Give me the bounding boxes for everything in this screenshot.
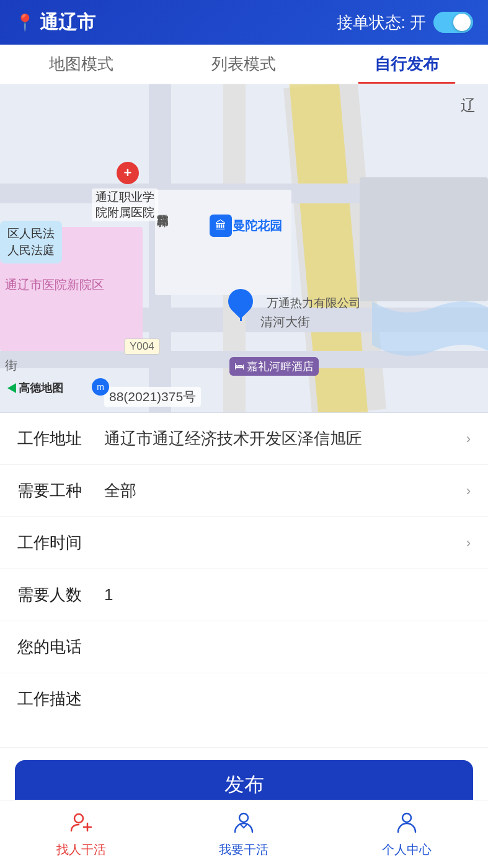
- tab-list[interactable]: 列表模式: [162, 45, 325, 84]
- svg-rect-10: [155, 190, 291, 295]
- work-time-row[interactable]: 工作时间 ›: [0, 517, 488, 569]
- people-count-value: 1: [104, 585, 471, 604]
- nav-find-workers[interactable]: 找人干活: [0, 800, 162, 868]
- description-row[interactable]: 工作描述: [0, 673, 488, 748]
- svg-point-12: [74, 814, 83, 823]
- header-right: 接单状态: 开: [337, 12, 473, 33]
- nav-profile[interactable]: 个人中心: [326, 800, 488, 868]
- find-workers-icon: [70, 811, 92, 838]
- find-workers-label: 找人干活: [56, 841, 106, 858]
- want-work-icon: [233, 811, 255, 838]
- map-y004-badge: Y004: [124, 339, 160, 355]
- app-header: 📍 通辽市 接单状态: 开: [0, 0, 488, 45]
- map-hotel-marker: 🛏 嘉礼河畔酒店: [229, 357, 319, 376]
- map-label-road-top: 辽: [461, 95, 476, 115]
- profile-icon: [396, 811, 418, 838]
- gaode-text: 高德地图: [19, 381, 63, 396]
- work-address-label: 工作地址: [17, 428, 104, 450]
- map-address-code: 88(2021)375号: [104, 387, 201, 407]
- map-label-hospital: 通辽职业学院附属医院: [92, 188, 158, 221]
- map-hospital-icon: +: [117, 162, 139, 184]
- svg-point-15: [239, 813, 248, 822]
- phone-label: 您的电话: [17, 636, 104, 658]
- svg-rect-9: [360, 177, 488, 301]
- status-label: 接单状态: 开: [337, 12, 426, 33]
- phone-row[interactable]: 您的电话: [0, 621, 488, 673]
- gaode-watermark: 高德地图: [7, 381, 63, 396]
- work-address-value: 通辽市通辽经济技术开发区泽信旭匠: [104, 428, 466, 450]
- work-time-arrow: ›: [466, 535, 471, 551]
- city-name: 通辽市: [40, 10, 95, 35]
- map-label-hospital2: 通辽市医院新院区: [5, 277, 104, 293]
- nav-want-work[interactable]: 我要干活: [162, 800, 325, 868]
- map-location-pin: [228, 289, 253, 321]
- map-blue-circle: m: [92, 378, 109, 396]
- description-label: 工作描述: [17, 688, 471, 710]
- job-type-row[interactable]: 需要工种 全部 ›: [0, 465, 488, 517]
- svg-point-16: [402, 813, 411, 822]
- job-type-arrow: ›: [466, 483, 471, 499]
- job-type-value: 全部: [104, 480, 466, 502]
- header-left: 📍 通辽市: [15, 10, 95, 35]
- map-label-garden: 曼陀花园: [233, 218, 282, 234]
- want-work-label: 我要干活: [219, 841, 268, 858]
- profile-label: 个人中心: [382, 841, 432, 858]
- order-status-toggle[interactable]: [433, 12, 473, 33]
- work-address-arrow: ›: [466, 431, 471, 447]
- form-area: 工作地址 通辽市通辽经济技术开发区泽信旭匠 › 需要工种 全部 › 工作时间 ›…: [0, 413, 488, 748]
- tab-bar: 地图模式 列表模式 自行发布: [0, 45, 488, 84]
- location-icon: 📍: [15, 13, 35, 32]
- map-area[interactable]: 辽 区人民法人民法庭 + 通辽职业学院附属医院 霍林郭勒路 🏛 曼陀花园 通辽市…: [0, 84, 488, 413]
- map-building-icon: 🏛: [210, 215, 232, 237]
- gaode-logo: 高德地图: [7, 381, 63, 396]
- work-time-label: 工作时间: [17, 532, 104, 554]
- map-label-street-left: 街: [5, 357, 17, 374]
- map-label-court: 区人民法人民法庭: [0, 221, 62, 264]
- work-address-row[interactable]: 工作地址 通辽市通辽经济技术开发区泽信旭匠 ›: [0, 413, 488, 465]
- tab-publish[interactable]: 自行发布: [326, 45, 488, 84]
- tab-map[interactable]: 地图模式: [0, 45, 162, 84]
- gaode-arrow-icon: [7, 383, 16, 393]
- map-label-company: 万通热力有限公司: [267, 295, 361, 311]
- map-label-street: 清河大街: [260, 314, 310, 330]
- job-type-label: 需要工种: [17, 480, 104, 502]
- people-count-row[interactable]: 需要人数 1: [0, 569, 488, 621]
- bottom-nav: 找人干活 我要干活 个人中心: [0, 800, 488, 868]
- people-count-label: 需要人数: [17, 584, 104, 606]
